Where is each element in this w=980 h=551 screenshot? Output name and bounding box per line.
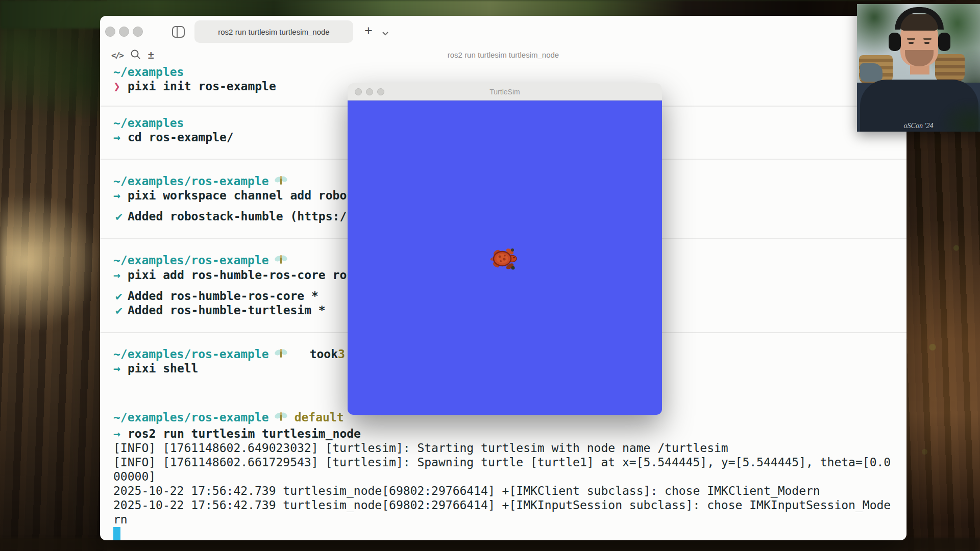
kettle-decor	[860, 63, 883, 82]
log-line: 2025-10-22 17:56:42.739 turtlesim_node[6…	[113, 484, 894, 498]
output-line: ✔Added ros-humble-ros-core *	[113, 289, 318, 303]
prompt-arrow: →	[113, 268, 128, 282]
terminal-window-title: ros2 run turtlesim turtlesim_node	[100, 51, 906, 59]
took-label: took	[310, 347, 338, 361]
check-icon: ✔	[113, 289, 128, 303]
person-eye	[924, 42, 929, 44]
headphones-earcup	[889, 33, 901, 51]
terminal-tab-label: ros2 run turtlesim turtlesim_node	[218, 28, 329, 36]
sidebar-toggle-icon[interactable]	[172, 25, 185, 39]
command-line[interactable]: →pixi shell	[113, 361, 198, 375]
terminal-scrollback[interactable]: ~/examples/ros-exampledefault →ros2 run …	[113, 410, 894, 540]
window-controls	[105, 27, 143, 37]
wallpaper-left-shadow	[0, 0, 107, 551]
output-line: ✔Added robostack-humble (https:/	[113, 209, 347, 223]
prompt-arrow: →	[113, 188, 128, 203]
turtlesim-canvas	[348, 101, 662, 415]
turtlesim-titlebar: TurtleSim	[348, 83, 662, 101]
zoom-button[interactable]	[133, 27, 143, 37]
headphones-earcup	[938, 33, 950, 51]
person-eye	[909, 42, 914, 44]
took-value: 3	[338, 347, 345, 361]
chevron-down-icon[interactable]	[382, 29, 389, 38]
shirt-text: oSCon '24	[857, 122, 980, 130]
basket-decor	[935, 54, 965, 82]
person-eyebrow	[923, 38, 932, 40]
turtlesim-window[interactable]: TurtleSim	[348, 83, 662, 415]
prompt-path: ~/examples/ros-example	[113, 253, 287, 269]
webcam-overlay: oSCon '24	[857, 4, 980, 132]
output-line: ✔Added ros-humble-turtlesim *	[113, 303, 326, 317]
desktop: ros2 run turtlesim turtlesim_node + </> …	[0, 0, 980, 551]
close-button[interactable]	[105, 27, 115, 37]
command-line[interactable]: →pixi workspace channel add robos	[113, 188, 354, 203]
prompt-chevron: ❯	[113, 79, 128, 93]
log-line: 2025-10-22 17:56:42.739 turtlesim_node[6…	[113, 498, 894, 527]
person-eyebrow	[907, 38, 915, 40]
minimize-button[interactable]	[119, 27, 129, 37]
log-line: [INFO] [1761148602.661729543] [turtlesim…	[113, 455, 894, 484]
check-icon: ✔	[113, 303, 128, 317]
pixi-env-badge: default	[295, 411, 344, 424]
prompt-arrow: →	[113, 361, 128, 375]
prompt-arrow: →	[113, 130, 128, 144]
pixi-fairy-icon	[274, 413, 287, 426]
terminal-cursor[interactable]	[113, 527, 120, 540]
command-line[interactable]: →pixi add ros-humble-ros-core ros	[113, 268, 354, 282]
command-line[interactable]: →cd ros-example/	[113, 130, 234, 144]
log-line: [INFO] [1761148602.649023032] [turtlesim…	[113, 441, 894, 455]
pixi-fairy-icon	[274, 349, 287, 363]
command-line[interactable]: ❯pixi init ros-example	[113, 79, 276, 93]
terminal-tab[interactable]: ros2 run turtlesim turtlesim_node	[194, 20, 353, 43]
turtle-sprite	[489, 247, 518, 272]
turtlesim-title: TurtleSim	[348, 83, 662, 101]
prompt-path: ~/examples	[113, 116, 184, 130]
new-tab-button[interactable]: +	[364, 23, 373, 39]
check-icon: ✔	[113, 209, 128, 223]
prompt-arrow: →	[113, 427, 128, 441]
prompt-path: ~/examples	[113, 65, 184, 79]
command-line[interactable]: →ros2 run turtlesim turtlesim_node	[113, 427, 894, 441]
pixi-fairy-icon	[274, 256, 287, 269]
